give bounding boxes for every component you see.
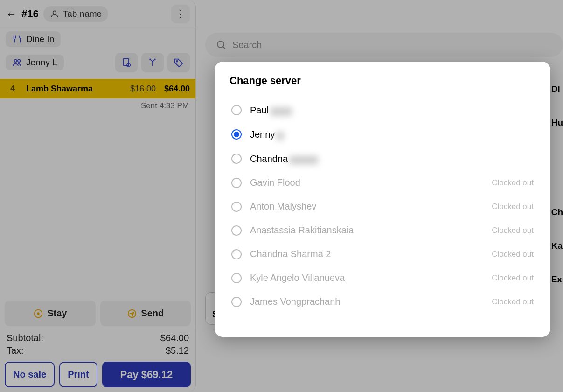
server-status-label: Clocked out bbox=[492, 297, 534, 307]
server-option[interactable]: Jenny▆ bbox=[229, 122, 535, 147]
server-option-name: Anastassia Rakitianskaia bbox=[250, 225, 354, 236]
server-status-label: Clocked out bbox=[492, 178, 534, 188]
server-status-label: Clocked out bbox=[492, 226, 534, 235]
server-option-name: Kyle Angelo Villanueva bbox=[250, 273, 345, 283]
server-option-name: Chandna▆▆▆▆ bbox=[250, 153, 318, 164]
radio-icon bbox=[231, 129, 242, 140]
radio-icon bbox=[231, 297, 242, 307]
radio-icon bbox=[231, 225, 242, 236]
radio-icon bbox=[231, 202, 242, 212]
server-option[interactable]: Anastassia RakitianskaiaClocked out bbox=[229, 218, 535, 242]
server-option[interactable]: Anton MalyshevClocked out bbox=[229, 195, 535, 218]
modal-overlay[interactable]: Change server Paul▆▆▆Jenny▆Chandna▆▆▆▆Ga… bbox=[0, 0, 563, 392]
server-option-name: Chandna Sharma 2 bbox=[250, 249, 331, 259]
radio-icon bbox=[231, 154, 242, 164]
server-option-name: Anton Malyshev bbox=[250, 201, 316, 212]
server-option-name: Jenny▆ bbox=[250, 129, 284, 140]
radio-icon bbox=[231, 178, 242, 188]
server-option[interactable]: James VongprachanhClocked out bbox=[229, 290, 535, 314]
server-status-label: Clocked out bbox=[492, 250, 534, 259]
server-option[interactable]: Gavin FloodClocked out bbox=[229, 171, 535, 195]
server-list: Paul▆▆▆Jenny▆Chandna▆▆▆▆Gavin FloodClock… bbox=[229, 98, 535, 314]
server-option-name: James Vongprachanh bbox=[250, 296, 340, 307]
change-server-modal: Change server Paul▆▆▆Jenny▆Chandna▆▆▆▆Ga… bbox=[215, 62, 550, 337]
radio-icon bbox=[231, 273, 242, 283]
server-option[interactable]: Chandna▆▆▆▆ bbox=[229, 147, 535, 171]
server-option-name: Gavin Flood bbox=[250, 177, 300, 188]
server-option[interactable]: Kyle Angelo VillanuevaClocked out bbox=[229, 266, 535, 290]
modal-title: Change server bbox=[229, 75, 535, 87]
server-option-name: Paul▆▆▆ bbox=[250, 105, 292, 116]
server-option[interactable]: Chandna Sharma 2Clocked out bbox=[229, 242, 535, 266]
server-status-label: Clocked out bbox=[492, 273, 534, 283]
server-option[interactable]: Paul▆▆▆ bbox=[229, 98, 535, 122]
server-status-label: Clocked out bbox=[492, 202, 534, 211]
radio-icon bbox=[231, 249, 242, 259]
radio-icon bbox=[231, 105, 242, 115]
